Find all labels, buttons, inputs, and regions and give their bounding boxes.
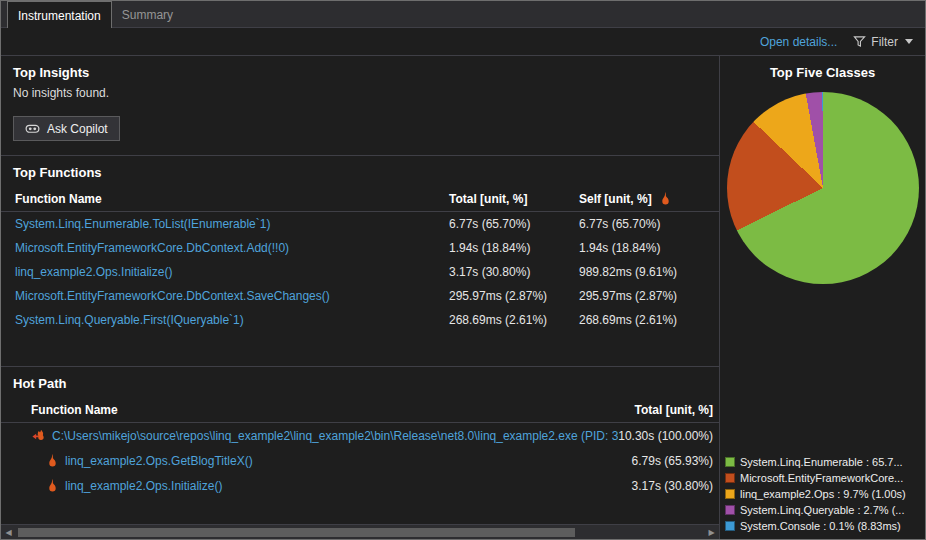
function-name-link[interactable]: Microsoft.EntityFrameworkCore.DbContext.… <box>15 241 449 255</box>
legend-label: System.Console : 0.1% (8.83ms) <box>740 520 901 532</box>
filter-label: Filter <box>871 35 898 49</box>
legend-label: System.Linq.Queryable : 2.7% (... <box>740 504 904 516</box>
hot-path-row: linq_example2.Ops.GetBlogTitleX() 6.79s … <box>1 448 719 473</box>
column-header-total[interactable]: Total [unit, %] <box>449 192 579 206</box>
function-name-link[interactable]: System.Linq.Queryable.First(IQueryable`1… <box>15 313 449 327</box>
total-value: 268.69ms (2.61%) <box>449 313 579 327</box>
legend-label: System.Linq.Enumerable : 65.7... <box>740 456 903 468</box>
pie-chart <box>727 92 919 284</box>
legend-swatch <box>725 521 735 531</box>
tab-bar: Instrumentation Summary <box>1 1 925 28</box>
scrollbar-thumb[interactable] <box>18 528 575 537</box>
total-value: 295.97ms (2.87%) <box>449 289 579 303</box>
total-value: 3.17s (30.80%) <box>632 479 713 493</box>
hot-path-root-icon <box>31 429 45 442</box>
legend-swatch <box>725 505 735 515</box>
legend-label: Microsoft.EntityFrameworkCore... <box>740 472 903 484</box>
tab-instrumentation[interactable]: Instrumentation <box>7 1 112 28</box>
legend-swatch <box>725 457 735 467</box>
no-insights-message: No insights found. <box>13 86 707 100</box>
scrollbar-track[interactable] <box>16 525 704 539</box>
top-functions-title: Top Functions <box>13 165 707 180</box>
flame-icon <box>47 454 58 467</box>
tab-summary[interactable]: Summary <box>112 1 183 27</box>
top-insights-title: Top Insights <box>13 65 707 80</box>
total-value: 10.30s (100.00%) <box>618 429 713 443</box>
hot-path-row: linq_example2.Ops.Initialize() 3.17s (30… <box>1 473 719 498</box>
scroll-right-arrow[interactable]: ▶ <box>704 525 719 540</box>
top-functions-header: Function Name Total [unit, %] Self [unit… <box>1 186 719 212</box>
self-value: 268.69ms (2.61%) <box>579 313 711 327</box>
pie-legend: System.Linq.Enumerable : 65.7... Microso… <box>720 454 925 539</box>
table-row: linq_example2.Ops.Initialize() 3.17s (30… <box>1 260 719 284</box>
hot-path-header: Function Name Total [unit, %] <box>1 397 719 423</box>
total-value: 1.94s (18.84%) <box>449 241 579 255</box>
top-five-classes-title: Top Five Classes <box>720 55 925 84</box>
total-value: 3.17s (30.80%) <box>449 265 579 279</box>
scroll-left-arrow[interactable]: ◀ <box>1 525 16 540</box>
profiler-window: Instrumentation Summary Open details... … <box>0 0 926 540</box>
table-row: System.Linq.Enumerable.ToList(IEnumerabl… <box>1 212 719 236</box>
column-header-total[interactable]: Total [unit, %] <box>635 403 713 417</box>
legend-item: linq_example2.Ops : 9.7% (1.00s) <box>725 486 922 502</box>
copilot-icon <box>25 121 40 136</box>
ask-copilot-label: Ask Copilot <box>47 122 108 136</box>
function-name-link[interactable]: linq_example2.Ops.Initialize() <box>15 265 449 279</box>
filter-button[interactable]: Filter <box>853 35 913 49</box>
legend-item: System.Linq.Queryable : 2.7% (... <box>725 502 922 518</box>
column-header-self[interactable]: Self [unit, %] <box>579 192 652 206</box>
open-details-link[interactable]: Open details... <box>760 35 837 49</box>
self-value: 989.82ms (9.61%) <box>579 265 711 279</box>
self-value: 6.77s (65.70%) <box>579 217 711 231</box>
top-insights-section: Top Insights No insights found. Ask Copi… <box>1 55 719 155</box>
flame-icon <box>47 479 58 492</box>
table-row: System.Linq.Queryable.First(IQueryable`1… <box>1 308 719 332</box>
total-value: 6.79s (65.93%) <box>632 454 713 468</box>
legend-swatch <box>725 489 735 499</box>
top-functions-section: Top Functions Function Name Total [unit,… <box>1 155 719 366</box>
legend-item: System.Linq.Enumerable : 65.7... <box>725 454 922 470</box>
content-area: Top Insights No insights found. Ask Copi… <box>1 55 925 539</box>
column-header-function-name[interactable]: Function Name <box>15 192 449 206</box>
horizontal-scrollbar: ◀ ▶ <box>1 524 719 539</box>
legend-swatch <box>725 473 735 483</box>
ask-copilot-button[interactable]: Ask Copilot <box>13 116 120 141</box>
legend-label: linq_example2.Ops : 9.7% (1.00s) <box>740 488 906 500</box>
column-header-function-name[interactable]: Function Name <box>31 403 118 417</box>
function-name-link[interactable]: System.Linq.Enumerable.ToList(IEnumerabl… <box>15 217 449 231</box>
chevron-down-icon <box>905 39 913 44</box>
legend-item: Microsoft.EntityFrameworkCore... <box>725 470 922 486</box>
table-row: Microsoft.EntityFrameworkCore.DbContext.… <box>1 284 719 308</box>
filter-funnel-icon <box>853 35 866 48</box>
hot-path-row: C:\Users\mikejo\source\repos\linq_exampl… <box>1 423 719 448</box>
hot-path-function-link[interactable]: C:\Users\mikejo\source\repos\linq_exampl… <box>52 429 618 443</box>
legend-item: System.Console : 0.1% (8.83ms) <box>725 518 922 534</box>
toolbar: Open details... Filter <box>1 28 925 55</box>
function-name-link[interactable]: Microsoft.EntityFrameworkCore.DbContext.… <box>15 289 449 303</box>
hot-flame-icon <box>660 192 671 205</box>
main-column: Top Insights No insights found. Ask Copi… <box>1 55 720 539</box>
hot-path-function-link[interactable]: linq_example2.Ops.GetBlogTitleX() <box>65 454 632 468</box>
hot-path-section: Hot Path Function Name Total [unit, %] C… <box>1 366 719 498</box>
total-value: 6.77s (65.70%) <box>449 217 579 231</box>
hot-path-function-link[interactable]: linq_example2.Ops.Initialize() <box>65 479 632 493</box>
hot-path-title: Hot Path <box>13 376 707 391</box>
table-row: Microsoft.EntityFrameworkCore.DbContext.… <box>1 236 719 260</box>
self-value: 1.94s (18.84%) <box>579 241 711 255</box>
self-value: 295.97ms (2.87%) <box>579 289 711 303</box>
top-five-classes-panel: Top Five Classes System.Linq.Enumerable … <box>720 55 925 539</box>
